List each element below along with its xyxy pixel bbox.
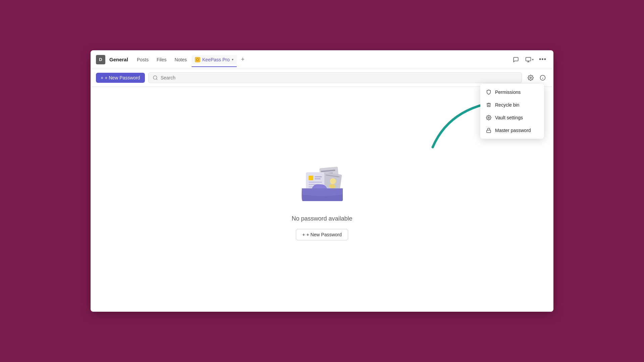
dropdown-menu: Permissions Recycle bin Vault settings xyxy=(480,84,544,139)
chat-icon xyxy=(513,57,519,63)
gear-icon xyxy=(528,75,534,81)
secondary-plus-icon: + xyxy=(302,232,305,237)
main-window: D General Posts Files Notes KeePass Pro … xyxy=(91,50,553,312)
topbar: D General Posts Files Notes KeePass Pro … xyxy=(91,50,553,69)
screen-chevron: ▾ xyxy=(532,58,534,61)
vault-settings-label: Vault settings xyxy=(495,115,523,120)
new-password-button[interactable]: + + New Password xyxy=(96,73,145,83)
svg-rect-20 xyxy=(309,176,313,180)
secondary-new-password-label: + New Password xyxy=(306,232,341,237)
workspace-name: General xyxy=(109,57,128,62)
svg-rect-22 xyxy=(315,178,321,179)
svg-point-5 xyxy=(530,77,532,79)
permissions-label: Permissions xyxy=(495,89,521,95)
svg-rect-3 xyxy=(526,57,531,61)
master-password-label: Master password xyxy=(495,128,531,133)
dropdown-item-permissions[interactable]: Permissions xyxy=(480,86,544,99)
svg-rect-21 xyxy=(315,176,322,177)
info-icon xyxy=(540,75,546,81)
nav-tabs: Posts Files Notes KeePass Pro ▾ + xyxy=(133,55,506,64)
tab-files[interactable]: Files xyxy=(153,55,170,64)
dropdown-item-recycle-bin[interactable]: Recycle bin xyxy=(480,99,544,111)
svg-point-28 xyxy=(488,117,489,118)
search-icon xyxy=(153,75,158,80)
toolbar-right xyxy=(525,72,548,83)
new-password-plus: + xyxy=(101,75,103,80)
keepass-tab-chevron: ▾ xyxy=(232,58,233,61)
chat-icon-btn[interactable] xyxy=(511,54,521,65)
secondary-new-password-button[interactable]: + + New Password xyxy=(296,229,348,240)
tab-keepass-pro[interactable]: KeePass Pro ▾ xyxy=(192,55,237,64)
tab-notes[interactable]: Notes xyxy=(171,55,190,64)
master-password-icon xyxy=(486,127,492,133)
workspace-avatar: D xyxy=(96,55,105,64)
svg-rect-29 xyxy=(487,130,491,132)
add-tab-button[interactable]: + xyxy=(238,55,248,64)
keepass-icon xyxy=(195,57,200,62)
screen-icon-btn[interactable]: ▾ xyxy=(524,54,535,65)
settings-button[interactable] xyxy=(525,72,536,83)
dropdown-item-master-password[interactable]: Master password xyxy=(480,124,544,137)
svg-rect-23 xyxy=(309,182,322,183)
svg-point-2 xyxy=(197,59,198,60)
topbar-actions: ▾ ••• xyxy=(511,54,548,65)
vault-settings-icon xyxy=(486,115,492,121)
permissions-icon xyxy=(486,89,492,95)
empty-state-message: No password available xyxy=(291,215,352,222)
tab-posts[interactable]: Posts xyxy=(133,55,152,64)
more-icon: ••• xyxy=(539,56,546,63)
dropdown-item-vault-settings[interactable]: Vault settings xyxy=(480,111,544,124)
more-options-btn[interactable]: ••• xyxy=(537,54,548,65)
info-button[interactable] xyxy=(537,72,548,83)
screen-icon xyxy=(525,57,531,63)
recycle-bin-label: Recycle bin xyxy=(495,102,519,108)
new-password-label: + New Password xyxy=(105,75,140,80)
empty-illustration xyxy=(295,158,349,208)
search-bar[interactable] xyxy=(148,72,522,83)
search-input[interactable] xyxy=(161,75,518,80)
recycle-bin-icon xyxy=(486,102,492,108)
svg-point-4 xyxy=(153,76,157,79)
